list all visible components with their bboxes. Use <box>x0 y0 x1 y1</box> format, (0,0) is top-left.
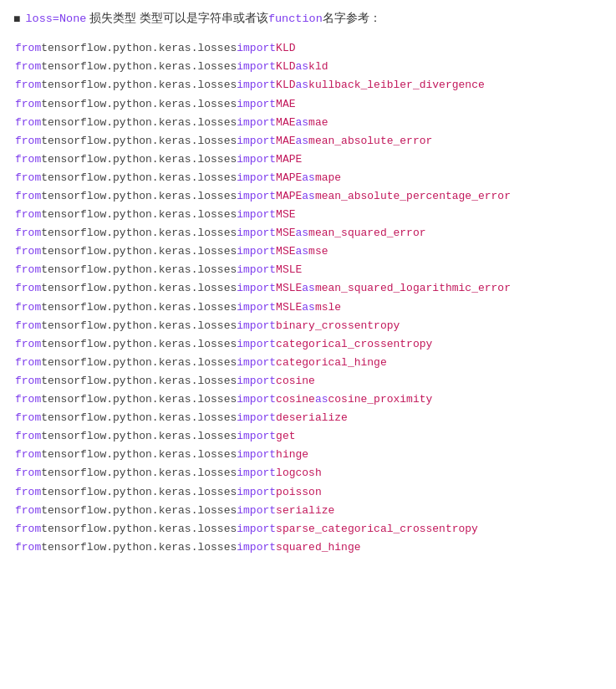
keyword-import: import <box>237 279 276 298</box>
keyword-from: from <box>15 390 41 409</box>
import-name: MAE <box>276 132 295 151</box>
code-line: from tensorflow.python.keras.losses impo… <box>13 317 603 335</box>
keyword-as: as <box>302 279 315 298</box>
code-line: from tensorflow.python.keras.losses impo… <box>13 279 603 298</box>
code-line: from tensorflow.python.keras.losses impo… <box>13 538 603 557</box>
import-name: categorical_hinge <box>276 354 387 372</box>
code-line: from tensorflow.python.keras.losses impo… <box>13 372 603 390</box>
keyword-import: import <box>237 372 276 390</box>
keyword-import: import <box>237 58 276 76</box>
keyword-from: from <box>15 95 41 114</box>
keyword-from: from <box>15 169 41 187</box>
import-name: squared_hinge <box>276 538 360 557</box>
code-line: from tensorflow.python.keras.losses impo… <box>13 520 603 538</box>
module-path: tensorflow.python.keras.losses <box>41 483 237 502</box>
keyword-as: as <box>295 58 308 76</box>
keyword-from: from <box>15 151 41 169</box>
import-name: KLD <box>276 39 295 58</box>
module-path: tensorflow.python.keras.losses <box>41 224 237 242</box>
keyword-from: from <box>15 538 41 557</box>
import-name: categorical_crossentropy <box>276 335 432 354</box>
keyword-import: import <box>237 409 276 427</box>
module-path: tensorflow.python.keras.losses <box>41 58 237 76</box>
keyword-import: import <box>237 427 276 446</box>
import-name: MSE <box>276 242 295 261</box>
import-name: poisson <box>276 483 322 502</box>
header-note: ■ loss=None 损失类型 类型可以是字符串或者该function名字参考… <box>13 10 603 28</box>
module-path: tensorflow.python.keras.losses <box>41 169 237 187</box>
code-line: from tensorflow.python.keras.losses impo… <box>13 335 603 354</box>
keyword-as: as <box>302 169 315 187</box>
keyword-import: import <box>237 224 276 242</box>
keyword-import: import <box>237 76 276 94</box>
main-container: ■ loss=None 损失类型 类型可以是字符串或者该function名字参考… <box>0 0 616 689</box>
alias-name: kullback_leibler_divergence <box>308 76 485 94</box>
code-line: from tensorflow.python.keras.losses impo… <box>13 390 603 409</box>
code-line: from tensorflow.python.keras.losses impo… <box>13 169 603 187</box>
header-text: loss=None 损失类型 类型可以是字符串或者该function名字参考： <box>25 10 380 28</box>
module-path: tensorflow.python.keras.losses <box>41 299 237 317</box>
keyword-import: import <box>237 299 276 317</box>
keyword-import: import <box>237 187 276 206</box>
keyword-from: from <box>15 187 41 206</box>
module-path: tensorflow.python.keras.losses <box>41 206 237 224</box>
alias-name: mean_absolute_error <box>308 132 432 151</box>
keyword-from: from <box>15 335 41 354</box>
keyword-import: import <box>237 464 276 482</box>
code-line: from tensorflow.python.keras.losses impo… <box>13 409 603 427</box>
keyword-from: from <box>15 299 41 317</box>
keyword-from: from <box>15 446 41 464</box>
code-line: from tensorflow.python.keras.losses impo… <box>13 446 603 464</box>
alias-name: mean_absolute_percentage_error <box>315 187 511 206</box>
module-path: tensorflow.python.keras.losses <box>41 76 237 94</box>
code-line: from tensorflow.python.keras.losses impo… <box>13 261 603 279</box>
import-name: MSE <box>276 206 295 224</box>
keyword-import: import <box>237 206 276 224</box>
keyword-as: as <box>295 242 308 261</box>
alias-name: kld <box>308 58 328 76</box>
code-line: from tensorflow.python.keras.losses impo… <box>13 483 603 502</box>
keyword-from: from <box>15 242 41 261</box>
module-path: tensorflow.python.keras.losses <box>41 502 237 520</box>
import-name: MAPE <box>276 187 302 206</box>
code-function: function <box>268 13 323 25</box>
code-line: from tensorflow.python.keras.losses impo… <box>13 224 603 242</box>
module-path: tensorflow.python.keras.losses <box>41 132 237 151</box>
code-line: from tensorflow.python.keras.losses impo… <box>13 114 603 132</box>
alias-name: msle <box>315 299 341 317</box>
alias-name: cosine_proximity <box>328 390 433 409</box>
code-line: from tensorflow.python.keras.losses impo… <box>13 502 603 520</box>
module-path: tensorflow.python.keras.losses <box>41 538 237 557</box>
module-path: tensorflow.python.keras.losses <box>41 242 237 261</box>
alias-name: mean_squared_error <box>308 224 425 242</box>
import-name: KLD <box>276 76 295 94</box>
module-path: tensorflow.python.keras.losses <box>41 335 237 354</box>
code-line: from tensorflow.python.keras.losses impo… <box>13 58 603 76</box>
code-line: from tensorflow.python.keras.losses impo… <box>13 39 603 58</box>
code-line: from tensorflow.python.keras.losses impo… <box>13 206 603 224</box>
keyword-from: from <box>15 409 41 427</box>
module-path: tensorflow.python.keras.losses <box>41 446 237 464</box>
keyword-import: import <box>237 390 276 409</box>
import-name: logcosh <box>276 464 322 482</box>
keyword-from: from <box>15 427 41 446</box>
keyword-from: from <box>15 464 41 482</box>
module-path: tensorflow.python.keras.losses <box>41 279 237 298</box>
keyword-import: import <box>237 151 276 169</box>
keyword-import: import <box>237 502 276 520</box>
keyword-from: from <box>15 39 41 58</box>
code-line: from tensorflow.python.keras.losses impo… <box>13 427 603 446</box>
import-name: sparse_categorical_crossentropy <box>276 520 478 538</box>
import-name: cosine <box>276 372 315 390</box>
keyword-as: as <box>315 390 328 409</box>
code-line: from tensorflow.python.keras.losses impo… <box>13 464 603 482</box>
keyword-from: from <box>15 76 41 94</box>
module-path: tensorflow.python.keras.losses <box>41 520 237 538</box>
keyword-from: from <box>15 520 41 538</box>
import-name: MAPE <box>276 169 302 187</box>
keyword-as: as <box>302 299 315 317</box>
keyword-from: from <box>15 132 41 151</box>
import-name: MAE <box>276 95 295 114</box>
keyword-import: import <box>237 520 276 538</box>
keyword-from: from <box>15 261 41 279</box>
